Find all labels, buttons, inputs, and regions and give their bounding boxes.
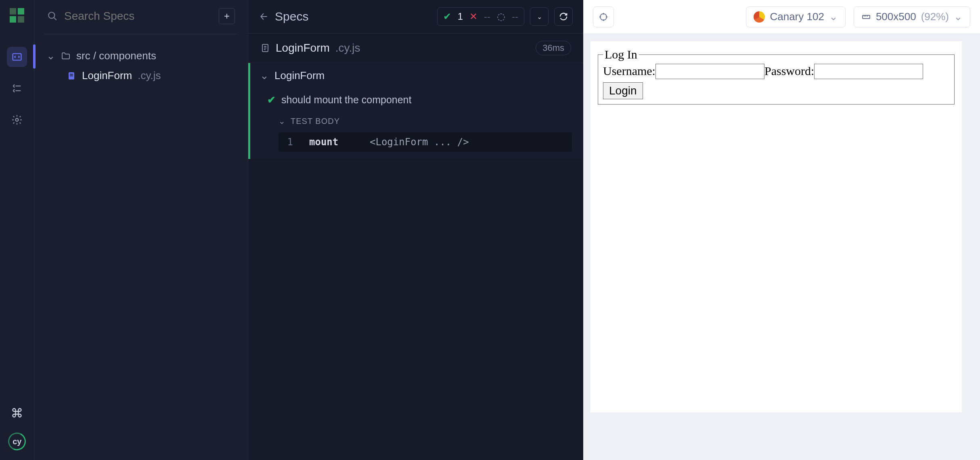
chevron-down-icon: ⌄ — [954, 10, 963, 23]
add-spec-button[interactable]: + — [219, 8, 235, 24]
nav-rail: cy — [0, 0, 34, 460]
rerun-button[interactable] — [554, 7, 573, 26]
specs-icon — [11, 51, 23, 63]
svg-point-1 — [16, 119, 19, 121]
folder-row[interactable]: ⌄ src / components — [44, 46, 238, 65]
spec-name: LoginForm — [276, 42, 330, 54]
chevron-down-icon: ⌄ — [829, 10, 838, 23]
test-body-header[interactable]: ⌄ TEST BODY — [250, 111, 583, 131]
browser-selector[interactable]: Canary 102 ⌄ — [746, 6, 845, 27]
chevron-down-icon: ⌄ — [279, 116, 286, 126]
search-icon — [47, 11, 58, 21]
command-arg: <LoginForm ... /> — [370, 136, 469, 148]
command-row[interactable]: 1 mount <LoginForm ... /> — [279, 132, 572, 152]
check-icon: ✔ — [267, 94, 276, 106]
svg-rect-4 — [70, 74, 73, 75]
suite-name: LoginForm — [274, 69, 325, 82]
test-title: should mount the component — [281, 94, 411, 106]
suite-header[interactable]: ⌄ LoginForm — [250, 63, 583, 88]
search-row: + — [44, 8, 238, 34]
nav-shortcuts[interactable] — [7, 403, 27, 423]
fail-count: -- — [484, 11, 490, 22]
svg-point-2 — [48, 12, 54, 18]
username-input[interactable] — [655, 64, 764, 79]
spec-file-ext: .cy.js — [138, 69, 161, 82]
reporter-header: Specs ✔ 1 ✕ -- ◌ -- ⌄ — [248, 0, 583, 33]
chevron-down-icon: ⌄ — [537, 13, 542, 21]
preview-panel: Canary 102 ⌄ 500x500 (92%) ⌄ Log In User… — [583, 0, 980, 460]
preview-header: Canary 102 ⌄ 500x500 (92%) ⌄ — [583, 0, 980, 34]
viewport-size: 500x500 — [876, 10, 916, 23]
login-legend: Log In — [603, 48, 639, 61]
refresh-icon — [559, 12, 568, 21]
plus-icon: + — [224, 10, 230, 22]
collapse-icon[interactable] — [259, 11, 269, 22]
nav-specs[interactable] — [7, 47, 27, 67]
spec-ext: .cy.js — [335, 42, 360, 54]
runs-icon — [11, 83, 23, 94]
preview-body: Log In Username:Password: Login — [583, 34, 980, 460]
password-label: Password: — [764, 64, 814, 77]
spec-list-panel: + ⌄ src / components LoginForm.cy.js — [34, 0, 248, 460]
test-row[interactable]: ✔ should mount the component — [250, 88, 583, 111]
svg-point-7 — [600, 14, 607, 20]
browser-label: Canary 102 — [770, 10, 824, 23]
chevron-down-icon: ⌄ — [46, 50, 55, 62]
password-input[interactable] — [814, 64, 923, 79]
spec-file-name: LoginForm — [82, 69, 132, 82]
search-input[interactable] — [64, 10, 212, 23]
crosshair-icon — [599, 12, 608, 22]
svg-rect-5 — [70, 75, 73, 76]
login-button[interactable]: Login — [603, 82, 643, 99]
pass-count: 1 — [458, 11, 463, 22]
reporter-panel: Specs ✔ 1 ✕ -- ◌ -- ⌄ LoginForm.cy.js 36… — [248, 0, 583, 460]
reporter-title: Specs — [275, 10, 308, 23]
nav-runs[interactable] — [7, 78, 27, 98]
command-name: mount — [309, 136, 354, 148]
pending-icon: ◌ — [497, 11, 505, 22]
file-icon — [67, 71, 76, 81]
selector-playground-button[interactable] — [593, 6, 614, 27]
spec-file-row[interactable]: LoginForm.cy.js — [44, 65, 238, 86]
suite-block: ⌄ LoginForm ✔ should mount the component… — [248, 63, 583, 159]
spec-header-row[interactable]: LoginForm.cy.js 36ms — [248, 33, 583, 63]
browser-icon — [754, 11, 765, 23]
cypress-logo: cy — [8, 433, 26, 450]
ruler-icon — [861, 12, 871, 22]
folder-icon — [61, 51, 71, 61]
viewport-scale: (92%) — [921, 10, 949, 23]
app-logo — [10, 8, 24, 23]
pending-count: -- — [512, 11, 518, 22]
duration-badge: 36ms — [536, 41, 571, 55]
folder-label: src / components — [76, 50, 156, 62]
gear-icon — [11, 114, 23, 125]
document-icon — [260, 43, 270, 53]
command-index: 1 — [285, 136, 293, 148]
viewport-selector[interactable]: 500x500 (92%) ⌄ — [854, 6, 970, 27]
check-icon: ✔ — [443, 11, 451, 22]
stats-box: ✔ 1 ✕ -- ◌ -- — [437, 7, 524, 26]
x-icon: ✕ — [469, 11, 477, 22]
next-button[interactable]: ⌄ — [530, 7, 549, 26]
login-fieldset: Log In Username:Password: Login — [598, 48, 955, 105]
username-label: Username: — [603, 64, 655, 77]
command-icon — [11, 407, 23, 418]
chevron-down-icon: ⌄ — [260, 69, 269, 82]
nav-settings[interactable] — [7, 110, 27, 130]
test-body-label: TEST BODY — [291, 117, 340, 126]
aut-frame: Log In Username:Password: Login — [591, 41, 962, 412]
